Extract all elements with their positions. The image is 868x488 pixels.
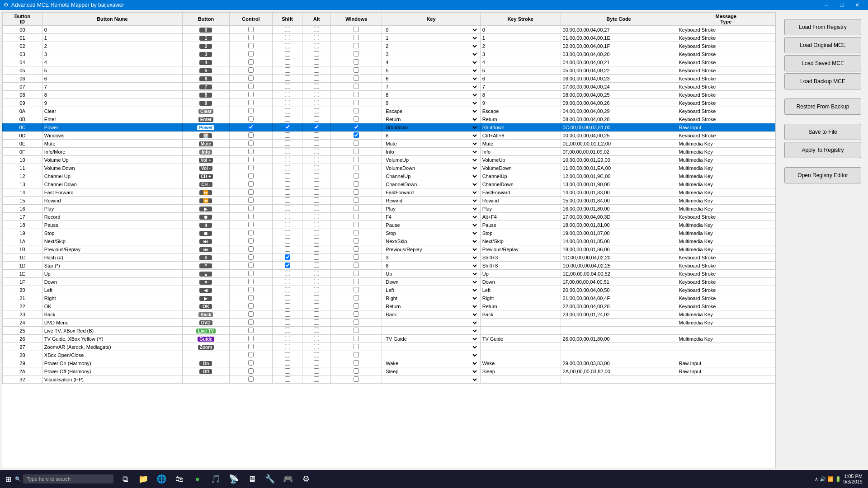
alt-checkbox[interactable] (314, 214, 319, 219)
key-select[interactable]: 6 (384, 75, 478, 82)
control-checkbox[interactable] (248, 303, 254, 309)
cell-key[interactable]: VolumeUp (382, 156, 480, 164)
shift-checkbox[interactable] (285, 197, 290, 203)
cell-shift[interactable] (272, 91, 302, 99)
alt-checkbox[interactable] (314, 197, 319, 203)
cell-alt[interactable] (302, 156, 331, 164)
shift-checkbox[interactable] (285, 319, 290, 325)
cell-shift[interactable] (272, 156, 302, 164)
windows-checkbox[interactable] (354, 75, 359, 81)
cell-windows[interactable] (331, 335, 382, 343)
cell-key[interactable]: 3 (382, 253, 480, 262)
key-select[interactable]: 9 (384, 100, 478, 106)
cell-windows[interactable] (331, 123, 382, 131)
shift-checkbox[interactable] (285, 263, 290, 268)
cell-key[interactable]: Right (382, 294, 480, 302)
alt-checkbox[interactable] (314, 287, 319, 292)
cell-control[interactable] (229, 131, 272, 140)
alt-checkbox[interactable] (314, 75, 319, 81)
cell-alt[interactable] (302, 351, 331, 359)
restore-from-backup-button[interactable]: Restore From Backup (784, 99, 861, 115)
cell-shift[interactable] (272, 278, 302, 286)
alt-checkbox[interactable] (314, 132, 319, 138)
shift-checkbox[interactable] (285, 287, 290, 292)
cell-control[interactable] (229, 115, 272, 123)
cell-windows[interactable] (331, 42, 382, 50)
key-select[interactable]: 8 (384, 92, 478, 98)
cell-shift[interactable] (272, 286, 302, 294)
shift-checkbox[interactable] (285, 124, 290, 130)
shift-checkbox[interactable] (285, 344, 290, 349)
key-select[interactable]: ChannelDown (384, 181, 478, 188)
shift-checkbox[interactable] (285, 27, 290, 32)
cell-alt[interactable] (302, 270, 331, 278)
cell-key[interactable]: 3 (382, 50, 480, 58)
alt-checkbox[interactable] (314, 165, 319, 170)
alt-checkbox[interactable] (314, 181, 319, 187)
cell-windows[interactable] (331, 286, 382, 294)
control-checkbox[interactable] (248, 263, 254, 268)
cell-alt[interactable] (302, 229, 331, 237)
key-select[interactable] (384, 376, 478, 383)
key-select[interactable]: Info (384, 149, 478, 155)
task-view-icon[interactable]: ⧉ (117, 471, 133, 487)
cell-shift[interactable] (272, 367, 302, 375)
cell-windows[interactable] (331, 359, 382, 367)
control-checkbox[interactable] (248, 108, 254, 113)
cell-windows[interactable] (331, 75, 382, 83)
alt-checkbox[interactable] (314, 238, 319, 244)
cell-alt[interactable] (302, 75, 331, 83)
app9-icon[interactable]: 🎮 (280, 471, 296, 487)
cell-control[interactable] (229, 34, 272, 42)
cell-shift[interactable] (272, 229, 302, 237)
control-checkbox[interactable] (248, 279, 254, 284)
cell-key[interactable]: Back (382, 310, 480, 319)
table-row[interactable]: 26 TV Guide, XBox Yellow (Y) Guide TV Gu… (3, 335, 775, 343)
alt-checkbox[interactable] (314, 328, 319, 333)
table-row[interactable]: 27 Zoom/AR (Asrock, Mediagate) Zoom (3, 343, 775, 351)
windows-checkbox[interactable] (354, 59, 359, 65)
cell-control[interactable] (229, 148, 272, 156)
alt-checkbox[interactable] (314, 43, 319, 48)
minimize-button[interactable]: ─ (819, 0, 834, 10)
control-checkbox[interactable] (248, 246, 254, 252)
load-from-registry-button[interactable]: Load From Registry (784, 19, 861, 35)
windows-checkbox[interactable] (354, 165, 359, 170)
table-row[interactable]: 1F Down ▼ Down Down 1F,00,00,00,04,00,51… (3, 278, 775, 286)
windows-checkbox[interactable] (354, 51, 359, 56)
control-checkbox[interactable] (248, 157, 254, 162)
cell-windows[interactable] (331, 229, 382, 237)
windows-checkbox[interactable] (354, 238, 359, 244)
cell-control[interactable] (229, 107, 272, 115)
shift-checkbox[interactable] (285, 336, 290, 341)
windows-checkbox[interactable] (354, 92, 359, 97)
table-row[interactable]: 16 Play ▶ Play Play 16,00,00,00,01,80,00… (3, 205, 775, 213)
cell-windows[interactable] (331, 164, 382, 172)
cell-alt[interactable] (302, 66, 331, 75)
alt-checkbox[interactable] (314, 368, 319, 374)
shift-checkbox[interactable] (285, 181, 290, 187)
cell-alt[interactable] (302, 50, 331, 58)
cell-shift[interactable] (272, 75, 302, 83)
table-row[interactable]: 00 0 0 0 0 00,00,00,00,04,00,27 Keyboard… (3, 26, 775, 34)
cell-shift[interactable] (272, 34, 302, 42)
cell-control[interactable] (229, 50, 272, 58)
cell-control[interactable] (229, 26, 272, 34)
table-row[interactable]: 24 DVD Menu DVD Multimedia Key (3, 319, 775, 327)
cell-key[interactable]: Previous/Replay (382, 245, 480, 253)
cell-windows[interactable] (331, 131, 382, 140)
control-checkbox[interactable] (248, 376, 254, 382)
control-checkbox[interactable] (248, 75, 254, 81)
cell-windows[interactable] (331, 91, 382, 99)
cell-control[interactable] (229, 302, 272, 310)
cell-alt[interactable] (302, 172, 331, 180)
cell-control[interactable] (229, 75, 272, 83)
cell-shift[interactable] (272, 99, 302, 107)
cell-windows[interactable] (331, 172, 382, 180)
shift-checkbox[interactable] (285, 254, 290, 260)
cell-control[interactable] (229, 262, 272, 270)
control-checkbox[interactable] (248, 197, 254, 203)
cell-key[interactable]: Next/Skip (382, 237, 480, 245)
alt-checkbox[interactable] (314, 173, 319, 178)
windows-checkbox[interactable] (354, 279, 359, 284)
